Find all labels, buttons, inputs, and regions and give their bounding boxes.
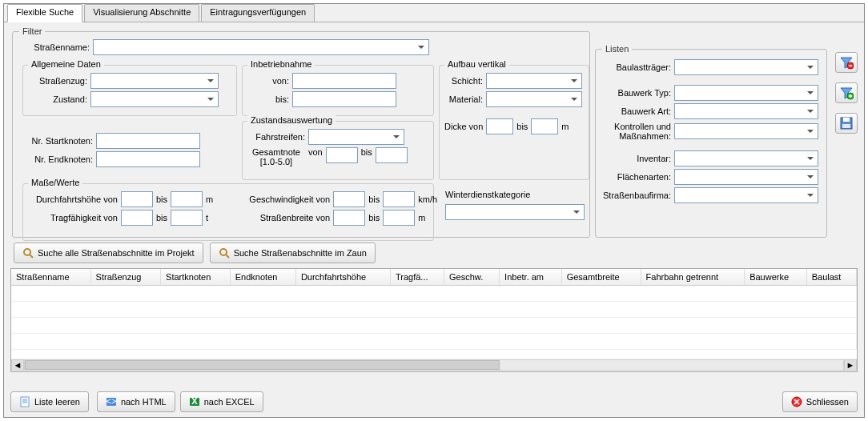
inb-bis-date[interactable] bbox=[292, 91, 396, 107]
export-html-button[interactable]: <> nach HTML bbox=[97, 391, 175, 412]
close-icon bbox=[791, 396, 802, 407]
nr-end-input[interactable] bbox=[96, 151, 200, 167]
schicht-select[interactable] bbox=[486, 73, 582, 89]
flaechen-select[interactable] bbox=[674, 169, 818, 185]
filter-legend: Filter bbox=[19, 26, 45, 36]
geschw-von-input[interactable] bbox=[333, 191, 365, 207]
strbr-bis-input[interactable] bbox=[383, 210, 415, 226]
search-all-label: Suche alle Straßenabschnitte im Projekt bbox=[38, 248, 195, 258]
filter-reset-button[interactable] bbox=[835, 52, 858, 73]
fahrstreifen-select[interactable] bbox=[308, 129, 404, 145]
result-table[interactable]: StraßennameStraßenzugStartknotenEndknote… bbox=[10, 268, 858, 372]
column-header[interactable]: Inbetr. am bbox=[500, 269, 562, 286]
zustand-select[interactable] bbox=[90, 91, 219, 107]
inventar-label: Inventar: bbox=[602, 154, 671, 163]
group-masse-werte: Maße/Werte Durchfahrtshöhe von bis m Tra… bbox=[22, 183, 434, 241]
svg-point-7 bbox=[220, 249, 227, 255]
svg-line-6 bbox=[30, 255, 33, 258]
kontrollen-label: Kontrollen und Maßnahmen: bbox=[602, 122, 671, 141]
geschw-bis-input[interactable] bbox=[383, 191, 415, 207]
dicke-bis-input[interactable] bbox=[531, 118, 558, 134]
inventar-select[interactable] bbox=[674, 150, 818, 166]
column-header[interactable]: Geschw. bbox=[444, 269, 500, 286]
svg-line-8 bbox=[226, 255, 229, 258]
strbr-von-input[interactable] bbox=[333, 210, 365, 226]
nr-end-label: Nr. Endknoten: bbox=[22, 154, 93, 164]
column-header[interactable]: Straßenname bbox=[11, 269, 90, 286]
unit-kmh: km/h bbox=[418, 194, 437, 204]
search-fence-label: Suche Straßenabschnitte im Zaun bbox=[234, 248, 367, 258]
column-header[interactable]: Durchfahrtshöhe bbox=[295, 269, 390, 286]
material-select[interactable] bbox=[486, 91, 582, 107]
scroll-left-icon[interactable]: ◄ bbox=[11, 359, 24, 371]
column-header[interactable]: Endknoten bbox=[230, 269, 295, 286]
column-header[interactable]: Straßenzug bbox=[90, 269, 160, 286]
table-row[interactable] bbox=[11, 302, 857, 318]
winter-select[interactable] bbox=[445, 204, 585, 220]
group-aufbau-vertikal: Aufbau vertikal Schicht: Material: Dicke… bbox=[439, 65, 589, 180]
baulast-label: Baulastträger: bbox=[602, 62, 671, 72]
dicke-von-input[interactable] bbox=[486, 118, 513, 134]
search-fence-button[interactable]: Suche Straßenabschnitte im Zaun bbox=[210, 243, 376, 263]
group-allg-title: Allgemeine Daten bbox=[28, 59, 104, 69]
strassenzug-label: Straßenzug: bbox=[28, 76, 87, 86]
inb-von-date[interactable] bbox=[292, 73, 396, 89]
inb-bis-label: bis: bbox=[247, 94, 289, 104]
baulast-select[interactable] bbox=[674, 59, 818, 75]
filter-save-button[interactable] bbox=[835, 113, 858, 134]
gesamtnote-von-input[interactable] bbox=[326, 147, 358, 163]
bauwerktyp-label: Bauwerk Typ: bbox=[602, 88, 671, 98]
bauwerkart-label: Bauwerk Art: bbox=[602, 106, 671, 116]
scroll-thumb[interactable] bbox=[25, 360, 500, 370]
winter-label: Winterdienstkategorie bbox=[445, 190, 585, 199]
bauwerktyp-select[interactable] bbox=[674, 85, 818, 101]
strbaufirma-label: Straßenbaufirma: bbox=[602, 190, 671, 200]
kontrollen-select[interactable] bbox=[674, 123, 818, 139]
clear-list-button[interactable]: Liste leeren bbox=[10, 391, 89, 412]
durchfahrt-von-input[interactable] bbox=[121, 191, 153, 207]
column-header[interactable]: Startknoten bbox=[161, 269, 231, 286]
table-row[interactable] bbox=[11, 334, 857, 350]
nr-start-input[interactable] bbox=[96, 133, 200, 149]
dicke-unit: m bbox=[561, 122, 569, 131]
column-header[interactable]: Gesamtbreite bbox=[561, 269, 641, 286]
scroll-right-icon[interactable]: ► bbox=[844, 359, 857, 371]
export-excel-button[interactable]: X nach EXCEL bbox=[180, 391, 263, 412]
strassenname-select[interactable] bbox=[93, 39, 429, 55]
tab-eintragungen[interactable]: Eintragungsverfügungen bbox=[201, 4, 315, 22]
fahrstreifen-label: Fahrstreifen: bbox=[247, 132, 305, 142]
column-header[interactable]: Fahrbahn getrennt bbox=[641, 269, 745, 286]
search-all-button[interactable]: Suche alle Straßenabschnitte im Projekt bbox=[14, 243, 203, 263]
svg-text:<>: <> bbox=[106, 396, 116, 406]
trag-bis-input[interactable] bbox=[171, 210, 203, 226]
group-allgemeine-daten: Allgemeine Daten Straßenzug: Zustand: bbox=[22, 65, 237, 116]
zustand-label: Zustand: bbox=[28, 94, 87, 104]
tab-flexible-suche[interactable]: Flexible Suche bbox=[7, 4, 82, 22]
group-masse-title: Maße/Werte bbox=[28, 178, 82, 187]
geschw-label: Geschwindigkeit von bbox=[237, 194, 330, 204]
table-row[interactable] bbox=[11, 286, 857, 302]
trag-von-input[interactable] bbox=[121, 210, 153, 226]
unit-m-2: m bbox=[418, 213, 425, 223]
h-scrollbar[interactable]: ◄ ► bbox=[11, 359, 857, 371]
close-button[interactable]: Schliessen bbox=[782, 391, 858, 412]
bottom-bar: Liste leeren <> nach HTML X nach EXCEL S… bbox=[10, 391, 858, 412]
column-header[interactable]: Bauwerke bbox=[745, 269, 807, 286]
bis-label-4: bis bbox=[368, 213, 380, 223]
filter-add-button[interactable] bbox=[835, 82, 858, 103]
bis-label-2: bis bbox=[156, 213, 167, 223]
gn-bis-label: bis bbox=[361, 147, 372, 157]
tab-visualisierung[interactable]: Visualisierung Abschnitte bbox=[84, 4, 199, 22]
gesamtnote-bis-input[interactable] bbox=[376, 147, 408, 163]
bauwerkart-select[interactable] bbox=[674, 103, 818, 119]
save-icon bbox=[840, 117, 853, 130]
magnifier-icon bbox=[22, 247, 34, 259]
strassenzug-select[interactable] bbox=[90, 73, 219, 89]
durchfahrt-bis-input[interactable] bbox=[171, 191, 203, 207]
table-row[interactable] bbox=[11, 318, 857, 334]
strbaufirma-select[interactable] bbox=[674, 187, 818, 203]
column-header[interactable]: Tragfä... bbox=[390, 269, 444, 286]
column-header[interactable]: Baulast bbox=[806, 269, 856, 286]
excel-icon: X bbox=[189, 396, 200, 407]
schicht-label: Schicht: bbox=[444, 76, 483, 86]
